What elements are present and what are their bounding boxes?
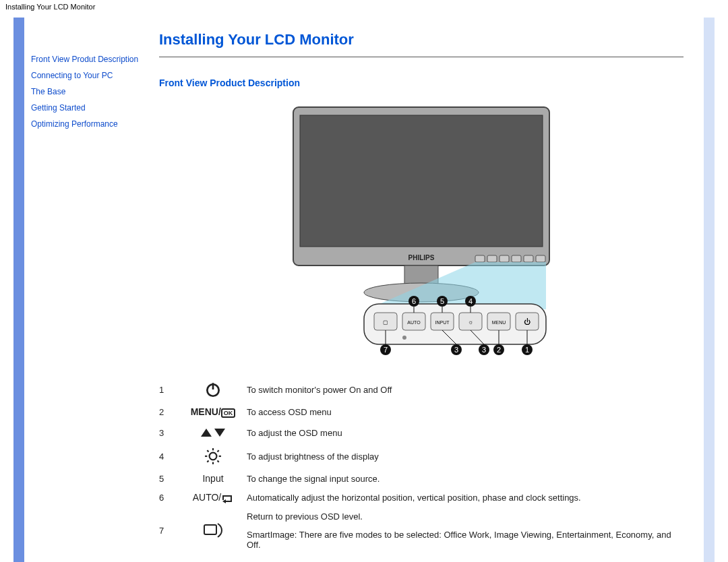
legend-row-2: 2 MENU/OK To access OSD menu xyxy=(159,402,684,422)
legend-num: 4 xyxy=(159,443,186,469)
smartimage-icon xyxy=(186,507,247,554)
svg-text:INPUT: INPUT xyxy=(435,320,450,325)
legend-desc-b: SmartImage: There are five modes to be s… xyxy=(247,526,684,554)
svg-line-62 xyxy=(218,450,219,451)
sidebar-item-connecting[interactable]: Connecting to Your PC xyxy=(31,67,151,84)
svg-text:⏻: ⏻ xyxy=(524,318,530,325)
window-title: Installing Your LCD Monitor xyxy=(0,0,728,13)
svg-text:7: 7 xyxy=(384,346,388,354)
sidebar-item-front-view[interactable]: Front View Produt Description xyxy=(31,51,151,67)
sidebar-item-optimizing[interactable]: Optimizing Performance xyxy=(31,116,151,132)
input-icon: Input xyxy=(186,469,247,488)
svg-text:☼: ☼ xyxy=(468,319,473,325)
monitor-illustration: PHILIPS xyxy=(159,100,684,356)
svg-rect-1 xyxy=(300,115,543,247)
left-accent-strip xyxy=(13,18,24,562)
legend-row-6: 6 AUTO/ Automatically adjust the horizon… xyxy=(159,488,684,507)
legend-row-4: 4 To adjust brightness of the display xyxy=(159,443,684,469)
legend-desc: Automatically adjust the horizontal posi… xyxy=(247,488,684,507)
legend-row-5: 5 Input To change the signal input sourc… xyxy=(159,469,684,488)
legend-num: 2 xyxy=(159,402,186,422)
legend-desc: To switch monitor's power On and Off xyxy=(247,377,684,402)
svg-rect-6 xyxy=(512,255,521,262)
legend-row-7: 7 Return to previous OSD level. xyxy=(159,507,684,526)
svg-text:PHILIPS: PHILIPS xyxy=(408,254,435,261)
legend-desc: To access OSD menu xyxy=(247,402,684,422)
svg-rect-7 xyxy=(524,255,533,262)
svg-rect-4 xyxy=(487,255,497,262)
page-title: Installing Your LCD Monitor xyxy=(159,31,684,49)
svg-line-60 xyxy=(218,461,219,462)
power-icon xyxy=(186,377,247,402)
svg-text:MENU: MENU xyxy=(492,320,506,325)
svg-point-54 xyxy=(210,453,217,460)
legend-desc: To adjust the OSD menu xyxy=(247,422,684,443)
svg-marker-53 xyxy=(214,429,225,437)
legend-num: 1 xyxy=(159,377,186,402)
legend-num: 3 xyxy=(159,422,186,443)
svg-text:3: 3 xyxy=(482,346,486,354)
svg-rect-5 xyxy=(499,255,509,262)
svg-marker-52 xyxy=(201,429,212,437)
legend-desc: To adjust brightness of the display xyxy=(247,443,684,469)
monitor-svg: PHILIPS xyxy=(273,100,570,356)
svg-line-59 xyxy=(207,450,208,451)
legend-row-3: 3 To adjust the OSD menu xyxy=(159,422,684,443)
sidebar-item-base[interactable]: The Base xyxy=(31,84,151,100)
right-accent-strip xyxy=(704,18,715,562)
sidebar: Front View Produt Description Connecting… xyxy=(27,18,155,562)
menu-ok-icon: MENU/OK xyxy=(186,402,247,422)
svg-text:▢: ▢ xyxy=(383,319,388,325)
svg-rect-8 xyxy=(536,255,545,262)
svg-text:5: 5 xyxy=(440,297,444,305)
main-content: Installing Your LCD Monitor Front View P… xyxy=(155,18,704,562)
title-divider xyxy=(159,57,684,57)
svg-text:AUTO: AUTO xyxy=(407,320,421,325)
svg-rect-64 xyxy=(204,525,216,534)
legend-num: 5 xyxy=(159,469,186,488)
svg-text:4: 4 xyxy=(468,297,473,305)
page-container: Front View Produt Description Connecting… xyxy=(0,13,728,562)
svg-text:2: 2 xyxy=(497,346,501,354)
section-heading: Front View Product Description xyxy=(159,77,684,88)
legend-table: 1 To switch monitor's power On and Off 2… xyxy=(159,377,684,554)
legend-desc-a: Return to previous OSD level. xyxy=(247,507,684,526)
svg-line-61 xyxy=(207,461,208,462)
legend-num: 6 xyxy=(159,488,186,507)
svg-text:3: 3 xyxy=(454,346,458,354)
auto-return-icon: AUTO/ xyxy=(186,488,247,507)
legend-desc: To change the signal input source. xyxy=(247,469,684,488)
svg-point-49 xyxy=(402,336,406,340)
sidebar-item-getting-started[interactable]: Getting Started xyxy=(31,100,151,116)
legend-row-1: 1 To switch monitor's power On and Off xyxy=(159,377,684,402)
svg-text:6: 6 xyxy=(412,297,416,305)
up-down-icon xyxy=(186,422,247,443)
svg-rect-3 xyxy=(475,255,485,262)
brightness-icon xyxy=(186,443,247,469)
legend-num: 7 xyxy=(159,507,186,554)
svg-text:1: 1 xyxy=(525,346,529,354)
